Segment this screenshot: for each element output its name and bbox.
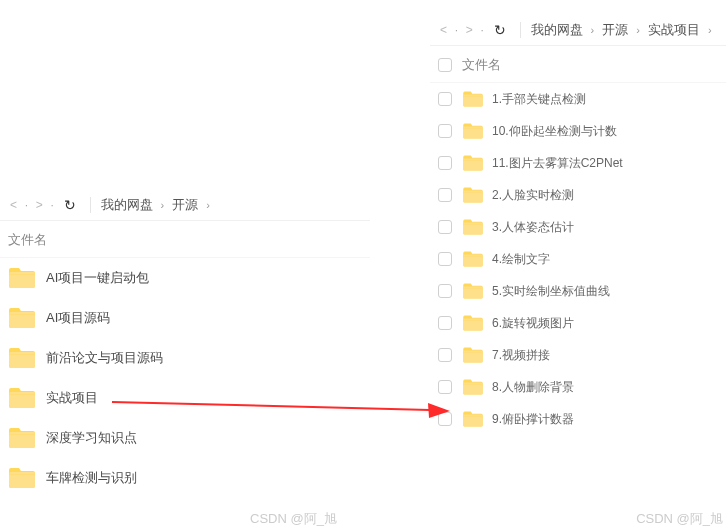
folder-row[interactable]: 8.人物删除背景 — [430, 371, 726, 403]
separator — [520, 22, 521, 38]
row-checkbox[interactable] — [438, 412, 452, 426]
folder-row[interactable]: 实战项目 — [0, 378, 370, 418]
folder-name[interactable]: 7.视频拼接 — [492, 347, 550, 364]
select-all-checkbox[interactable] — [438, 58, 452, 72]
folder-name[interactable]: AI项目一键启动包 — [46, 269, 149, 287]
nav-dot: · — [455, 25, 458, 36]
row-checkbox[interactable] — [438, 348, 452, 362]
nav-back-button[interactable]: < — [438, 23, 449, 37]
separator — [90, 197, 91, 213]
folder-name[interactable]: 2.人脸实时检测 — [492, 187, 574, 204]
row-checkbox[interactable] — [438, 188, 452, 202]
folder-icon — [462, 282, 484, 300]
breadcrumb-right: < · > · ↻ 我的网盘 › 开源 › 实战项目 › — [430, 15, 726, 45]
folder-icon — [8, 426, 36, 450]
folder-row[interactable]: AI项目源码 — [0, 298, 370, 338]
chevron-right-icon: › — [708, 24, 712, 36]
left-panel: < · > · ↻ 我的网盘 › 开源 › 文件名 AI项目一键启动包AI项目源… — [0, 190, 370, 498]
watermark: CSDN @阿_旭 — [636, 510, 723, 528]
row-checkbox[interactable] — [438, 220, 452, 234]
folder-row[interactable]: 5.实时绘制坐标值曲线 — [430, 275, 726, 307]
folder-icon — [462, 346, 484, 364]
folder-icon — [462, 186, 484, 204]
folder-name[interactable]: 5.实时绘制坐标值曲线 — [492, 283, 610, 300]
chevron-right-icon: › — [206, 199, 210, 211]
folder-icon — [462, 154, 484, 172]
refresh-icon[interactable]: ↻ — [60, 197, 80, 213]
folder-icon — [462, 314, 484, 332]
folder-name[interactable]: 1.手部关键点检测 — [492, 91, 586, 108]
row-checkbox[interactable] — [438, 156, 452, 170]
nav-dot: · — [51, 200, 54, 211]
breadcrumb-left: < · > · ↻ 我的网盘 › 开源 › — [0, 190, 370, 220]
folder-name[interactable]: 深度学习知识点 — [46, 429, 137, 447]
folder-row[interactable]: 11.图片去雾算法C2PNet — [430, 147, 726, 179]
chevron-right-icon: › — [591, 24, 595, 36]
crumb-level2[interactable]: 实战项目 — [648, 21, 700, 39]
folder-row[interactable]: 3.人体姿态估计 — [430, 211, 726, 243]
folder-name[interactable]: 前沿论文与项目源码 — [46, 349, 163, 367]
folder-row[interactable]: 7.视频拼接 — [430, 339, 726, 371]
folder-icon — [8, 346, 36, 370]
row-checkbox[interactable] — [438, 252, 452, 266]
watermark: CSDN @阿_旭 — [250, 510, 337, 528]
crumb-level1[interactable]: 开源 — [602, 21, 628, 39]
crumb-root[interactable]: 我的网盘 — [531, 21, 583, 39]
folder-name[interactable]: 8.人物删除背景 — [492, 379, 574, 396]
folder-row[interactable]: 4.绘制文字 — [430, 243, 726, 275]
refresh-icon[interactable]: ↻ — [490, 22, 510, 38]
column-header-row: 文件名 — [430, 45, 726, 83]
chevron-right-icon: › — [636, 24, 640, 36]
folder-icon — [462, 378, 484, 396]
folder-icon — [8, 466, 36, 490]
folder-icon — [462, 250, 484, 268]
folder-name[interactable]: 车牌检测与识别 — [46, 469, 137, 487]
folder-name[interactable]: 9.俯卧撑计数器 — [492, 411, 574, 428]
right-panel: < · > · ↻ 我的网盘 › 开源 › 实战项目 › 文件名 1.手部关键点… — [430, 15, 726, 435]
folder-row[interactable]: 6.旋转视频图片 — [430, 307, 726, 339]
folder-row[interactable]: 1.手部关键点检测 — [430, 83, 726, 115]
row-checkbox[interactable] — [438, 284, 452, 298]
column-header-row: 文件名 — [0, 220, 370, 258]
folder-name[interactable]: AI项目源码 — [46, 309, 110, 327]
folder-row[interactable]: 2.人脸实时检测 — [430, 179, 726, 211]
folder-name[interactable]: 3.人体姿态估计 — [492, 219, 574, 236]
row-checkbox[interactable] — [438, 92, 452, 106]
row-checkbox[interactable] — [438, 316, 452, 330]
chevron-right-icon: › — [161, 199, 165, 211]
folder-name[interactable]: 6.旋转视频图片 — [492, 315, 574, 332]
row-checkbox[interactable] — [438, 124, 452, 138]
folder-icon — [462, 410, 484, 428]
folder-row[interactable]: 前沿论文与项目源码 — [0, 338, 370, 378]
nav-forward-button[interactable]: > — [34, 198, 45, 212]
nav-dot: · — [25, 200, 28, 211]
folder-row[interactable]: 车牌检测与识别 — [0, 458, 370, 498]
folder-row[interactable]: 9.俯卧撑计数器 — [430, 403, 726, 435]
folder-row[interactable]: 10.仰卧起坐检测与计数 — [430, 115, 726, 147]
folder-name[interactable]: 实战项目 — [46, 389, 98, 407]
folder-icon — [8, 306, 36, 330]
column-header-name[interactable]: 文件名 — [462, 56, 501, 74]
folder-icon — [462, 122, 484, 140]
column-header-name[interactable]: 文件名 — [8, 231, 47, 249]
folder-row[interactable]: AI项目一键启动包 — [0, 258, 370, 298]
file-list-left: AI项目一键启动包AI项目源码前沿论文与项目源码实战项目深度学习知识点车牌检测与… — [0, 258, 370, 498]
folder-name[interactable]: 4.绘制文字 — [492, 251, 550, 268]
crumb-root[interactable]: 我的网盘 — [101, 196, 153, 214]
folder-icon — [8, 386, 36, 410]
folder-name[interactable]: 11.图片去雾算法C2PNet — [492, 155, 623, 172]
nav-dot: · — [481, 25, 484, 36]
folder-row[interactable]: 深度学习知识点 — [0, 418, 370, 458]
folder-icon — [462, 90, 484, 108]
folder-name[interactable]: 10.仰卧起坐检测与计数 — [492, 123, 617, 140]
nav-forward-button[interactable]: > — [464, 23, 475, 37]
crumb-level1[interactable]: 开源 — [172, 196, 198, 214]
nav-back-button[interactable]: < — [8, 198, 19, 212]
file-list-right: 1.手部关键点检测10.仰卧起坐检测与计数11.图片去雾算法C2PNet2.人脸… — [430, 83, 726, 435]
row-checkbox[interactable] — [438, 380, 452, 394]
folder-icon — [8, 266, 36, 290]
folder-icon — [462, 218, 484, 236]
